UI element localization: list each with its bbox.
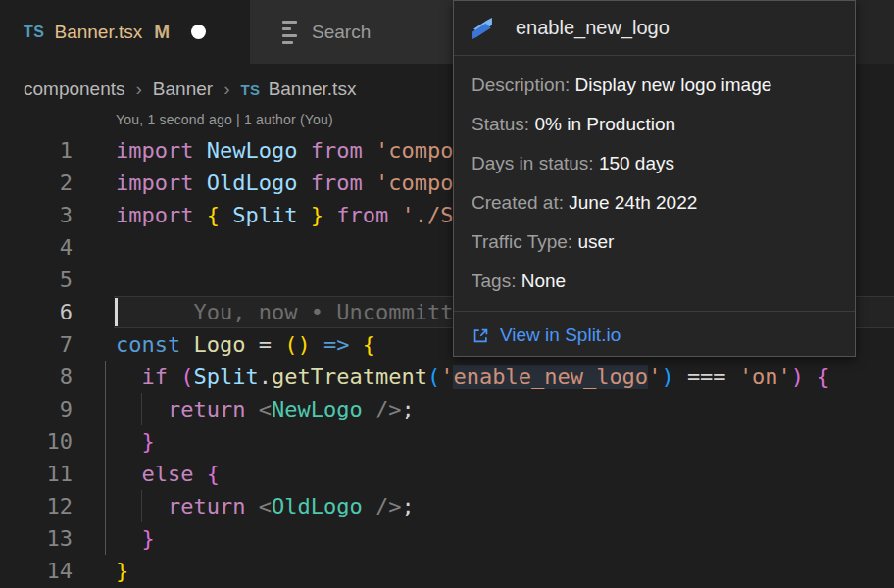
code-line[interactable]: const Logo = () => {	[116, 328, 375, 361]
line-number[interactable]: 11	[0, 458, 73, 490]
row-value: 150 days	[599, 153, 674, 173]
row-label: Tags:	[472, 270, 516, 291]
row-value: Display new logo image	[575, 74, 772, 95]
breadcrumb: components › Banner › TS Banner.tsx	[24, 78, 356, 100]
row-label: Description:	[472, 74, 570, 95]
code-line[interactable]: return <OldLogo />;	[116, 490, 415, 522]
line-number[interactable]: 7	[0, 328, 73, 361]
breadcrumb-separator: ›	[136, 78, 142, 100]
breadcrumb-item-components[interactable]: components	[24, 78, 125, 100]
feature-flag-name: enable_new_logo	[516, 17, 670, 39]
line-number[interactable]: 4	[0, 231, 73, 264]
tooltip-row-status: Status: 0% in Production	[472, 105, 855, 144]
row-value: 0% in Production	[534, 114, 675, 134]
view-in-split-link[interactable]: View in Split.io	[472, 317, 621, 354]
tooltip-row-days-in-status: Days in status: 150 days	[472, 144, 855, 183]
tab-search[interactable]: Search	[250, 0, 453, 64]
line-number[interactable]: 14	[0, 555, 73, 587]
code-line[interactable]: }	[116, 555, 128, 587]
tooltip-row-traffic-type: Traffic Type: user	[472, 222, 855, 262]
row-value: None	[522, 270, 566, 291]
line-number[interactable]: 9	[0, 393, 73, 425]
row-label: Traffic Type:	[472, 231, 572, 252]
line-number[interactable]: 3	[0, 199, 73, 231]
tooltip-divider	[454, 311, 855, 312]
tooltip-header: enable_new_logo	[454, 1, 855, 56]
typescript-file-icon: TS	[24, 24, 44, 41]
tab-title: Banner.tsx	[54, 22, 142, 43]
line-number[interactable]: 5	[0, 264, 73, 296]
indent-guide	[105, 361, 106, 555]
line-number[interactable]: 2	[0, 167, 73, 199]
row-label: Days in status:	[472, 153, 594, 173]
breadcrumb-separator: ›	[224, 78, 229, 100]
code-line[interactable]: }	[116, 425, 155, 458]
split-logo-icon	[469, 15, 496, 42]
unsaved-changes-dot-icon[interactable]	[191, 24, 206, 39]
search-editor-icon	[282, 21, 297, 44]
breadcrumb-item-banner[interactable]: Banner	[153, 78, 213, 100]
typescript-file-icon: TS	[240, 81, 260, 98]
row-label: Status:	[472, 114, 529, 134]
tooltip-row-description: Description: Display new logo image	[472, 66, 855, 105]
code-line[interactable]: return <NewLogo />;	[116, 393, 415, 425]
git-modified-badge: M	[154, 22, 170, 43]
row-value: user	[577, 231, 614, 252]
line-number[interactable]: 6	[0, 296, 73, 328]
tooltip-rows: Description: Display new logo image Stat…	[454, 56, 855, 301]
tooltip-row-tags: Tags: None	[472, 262, 855, 301]
tooltip-row-created-at: Created at: June 24th 2022	[472, 183, 855, 222]
codelens-blame-annotation[interactable]: You, 1 second ago | 1 author (You)	[116, 112, 333, 127]
tab-label: Search	[312, 22, 371, 43]
view-in-split-link-label: View in Split.io	[500, 324, 621, 346]
row-value: June 24th 2022	[569, 192, 697, 213]
tab-banner-tsx[interactable]: TS Banner.tsx M	[0, 0, 250, 64]
split-feature-flag-tooltip: enable_new_logo Description: Display new…	[453, 0, 856, 357]
code-line[interactable]: else {	[116, 458, 220, 490]
line-number[interactable]: 8	[0, 361, 73, 393]
line-number[interactable]: 12	[0, 490, 73, 522]
line-number[interactable]: 10	[0, 425, 73, 458]
row-label: Created at:	[472, 192, 564, 213]
text-cursor	[115, 298, 118, 326]
code-line[interactable]: }	[116, 522, 155, 555]
code-line[interactable]: if (Split.getTreatment('enable_new_logo'…	[116, 361, 830, 393]
line-number[interactable]: 1	[0, 134, 73, 167]
line-number[interactable]: 13	[0, 522, 73, 555]
breadcrumb-item-file[interactable]: Banner.tsx	[269, 78, 357, 100]
external-link-icon	[472, 326, 490, 345]
